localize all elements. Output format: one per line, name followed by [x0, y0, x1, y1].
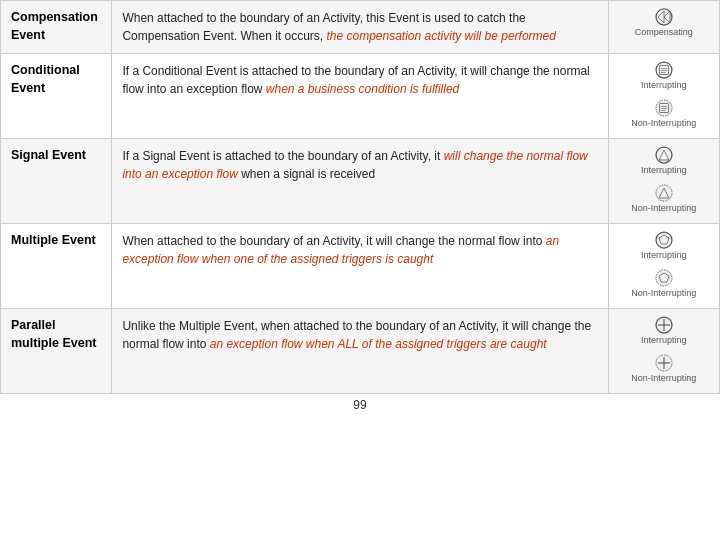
event-icon-non-interrupting: Non-Interrupting	[631, 98, 696, 128]
icon-label-non-interrupting: Non-Interrupting	[631, 288, 696, 298]
event-icon-non-interrupting: Non-Interrupting	[631, 353, 696, 383]
table-row: Parallel multiple EventUnlike the Multip…	[1, 309, 720, 394]
svg-point-3	[656, 62, 672, 78]
event-icons: Interrupting Non-Interrupting	[608, 224, 719, 309]
icon-label-interrupting: Interrupting	[641, 165, 687, 175]
event-icon-interrupting: Compensating	[635, 7, 693, 37]
event-description: When attached to the boundary of an Acti…	[112, 224, 608, 309]
event-description: When attached to the boundary of an Acti…	[112, 1, 608, 54]
event-icons: Interrupting Non-Interrupting	[608, 139, 719, 224]
page-number: 99	[0, 394, 720, 416]
event-icon-interrupting: Interrupting	[641, 315, 687, 345]
event-description: If a Conditional Event is attached to th…	[112, 54, 608, 139]
event-description: If a Signal Event is attached to the bou…	[112, 139, 608, 224]
svg-point-19	[656, 270, 672, 286]
event-name: Parallel multiple Event	[1, 309, 112, 394]
icon-label-non-interrupting: Non-Interrupting	[631, 373, 696, 383]
table-row: Conditional EventIf a Conditional Event …	[1, 54, 720, 139]
event-name: Multiple Event	[1, 224, 112, 309]
event-icon-interrupting: Interrupting	[641, 230, 687, 260]
table-row: Compensation EventWhen attached to the b…	[1, 1, 720, 54]
event-icon-interrupting: Interrupting	[641, 145, 687, 175]
table-row: Multiple EventWhen attached to the bound…	[1, 224, 720, 309]
icon-label-interrupting: Interrupting	[641, 250, 687, 260]
event-description: Unlike the Multiple Event, when attached…	[112, 309, 608, 394]
icon-label-non-interrupting: Non-Interrupting	[631, 118, 696, 128]
svg-point-17	[656, 232, 672, 248]
table-row: Signal EventIf a Signal Event is attache…	[1, 139, 720, 224]
event-icons: Interrupting Non-Interrupting	[608, 309, 719, 394]
event-icons: Compensating	[608, 1, 719, 54]
event-icons: Interrupting Non-Interrupting	[608, 54, 719, 139]
event-icon-interrupting: Interrupting	[641, 60, 687, 90]
event-name: Conditional Event	[1, 54, 112, 139]
event-icon-non-interrupting: Non-Interrupting	[631, 183, 696, 213]
icon-label-interrupting: Interrupting	[641, 335, 687, 345]
svg-point-8	[656, 100, 672, 116]
icon-label-interrupting: Interrupting	[641, 80, 687, 90]
event-icon-non-interrupting: Non-Interrupting	[631, 268, 696, 298]
icon-label: Compensating	[635, 27, 693, 37]
event-name: Signal Event	[1, 139, 112, 224]
event-name: Compensation Event	[1, 1, 112, 54]
icon-label-non-interrupting: Non-Interrupting	[631, 203, 696, 213]
